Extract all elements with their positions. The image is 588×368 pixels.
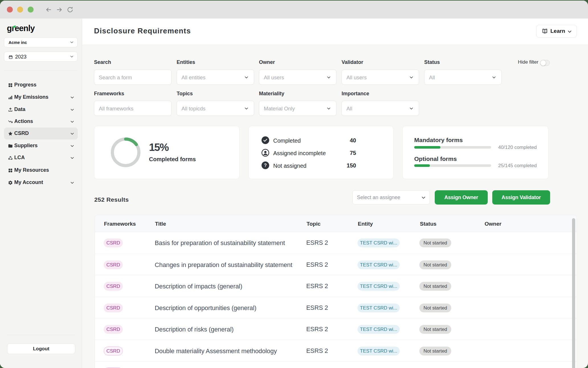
svg-text:?: ? [264, 163, 267, 168]
